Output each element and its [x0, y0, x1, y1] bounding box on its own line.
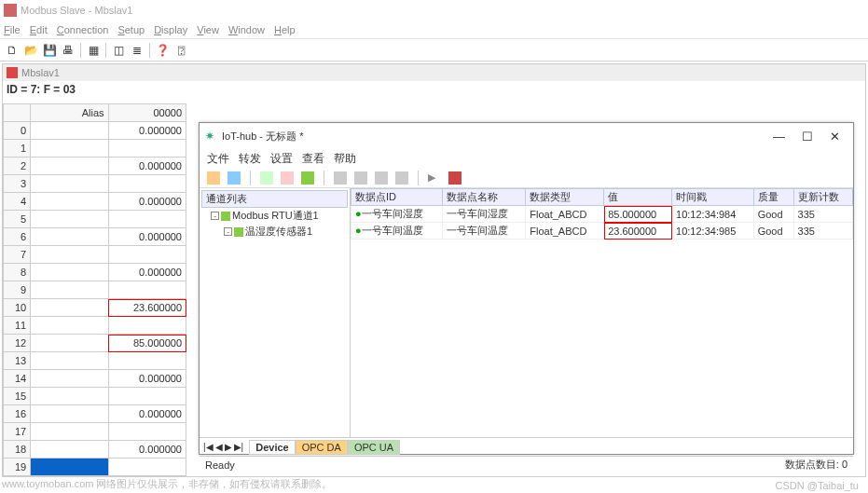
nav-next-icon[interactable]: ▶ [225, 442, 232, 452]
cell-value[interactable]: 23.600000 [108, 299, 186, 317]
cell-value[interactable] [108, 175, 186, 193]
col-quality[interactable]: 质量 [753, 189, 793, 206]
tool-icon[interactable]: ≣ [129, 42, 145, 59]
grid-row[interactable]: 11 [4, 317, 186, 335]
cell-alias[interactable] [31, 122, 108, 140]
cell-ts[interactable]: 10:12:34:984 [672, 206, 754, 223]
cell-value[interactable]: 0.000000 [108, 157, 186, 175]
tool-icon[interactable] [301, 171, 314, 185]
grid-row[interactable]: 60.000000 [4, 228, 186, 246]
cell-alias[interactable] [31, 335, 108, 352]
iot-menu-view[interactable]: 查看 [302, 151, 324, 167]
row-header[interactable]: 18 [4, 441, 31, 459]
cell-alias[interactable] [31, 246, 108, 264]
row-header[interactable]: 16 [4, 405, 31, 423]
cell-alias[interactable] [31, 175, 108, 193]
menu-view[interactable]: View [197, 24, 219, 35]
cell-value[interactable]: 0.000000 [108, 441, 186, 459]
grid-row[interactable]: 7 [4, 246, 186, 264]
save-icon[interactable]: 💾 [41, 42, 58, 59]
col-type[interactable]: 数据类型 [526, 189, 604, 206]
mdi-titlebar[interactable]: Mbslav1 [3, 64, 865, 81]
grid-row[interactable]: 160.000000 [4, 405, 186, 423]
tab-opcda[interactable]: OPC DA [296, 440, 348, 455]
grid-row[interactable]: 15 [4, 388, 186, 405]
row-header[interactable]: 8 [4, 264, 31, 281]
cell-ts[interactable]: 10:12:34:985 [672, 223, 754, 240]
iot-menu-settings[interactable]: 设置 [270, 151, 293, 167]
tool-icon[interactable] [354, 171, 367, 185]
tool-icon[interactable] [395, 171, 408, 185]
cell-alias[interactable] [31, 281, 108, 299]
row-header[interactable]: 1 [4, 140, 31, 157]
tool-icon[interactable] [260, 171, 273, 185]
data-row[interactable]: ●一号车间温度一号车间温度Float_ABCD23.60000010:12:34… [351, 223, 853, 240]
iot-menu-help[interactable]: 帮助 [334, 151, 356, 167]
tool-icon[interactable]: ◫ [110, 42, 127, 59]
tree-child[interactable]: - 温湿度传感器1 [201, 224, 348, 240]
cell-value[interactable] [108, 140, 186, 157]
tool-icon[interactable] [375, 171, 388, 185]
print-icon[interactable]: 🖶 [60, 42, 76, 59]
copy-icon[interactable]: ▦ [85, 42, 102, 59]
row-header[interactable]: 15 [4, 388, 31, 405]
cell-id[interactable]: ●一号车间湿度 [351, 206, 443, 223]
row-header[interactable]: 9 [4, 281, 31, 299]
data-grid[interactable]: 数据点ID 数据点名称 数据类型 值 时间戳 质量 更新计数 ●一号车间湿度一号… [351, 188, 853, 240]
row-header[interactable]: 11 [4, 317, 31, 335]
grid-row[interactable]: 20.000000 [4, 157, 186, 175]
cell-alias[interactable] [31, 405, 108, 423]
nav-prev-icon[interactable]: ◀ [215, 442, 223, 452]
data-row[interactable]: ●一号车间湿度一号车间湿度Float_ABCD85.00000010:12:34… [351, 206, 853, 223]
help-icon[interactable]: ⍰ [172, 42, 189, 59]
grid-row[interactable]: 17 [4, 423, 186, 441]
cell-alias[interactable] [31, 441, 108, 459]
minimize-icon[interactable]: — [773, 130, 785, 144]
menu-display[interactable]: Display [154, 24, 187, 35]
channel-tree[interactable]: 通道列表 - Modbus RTU通道1 - 温湿度传感器1 [200, 188, 351, 437]
grid-row[interactable]: 140.000000 [4, 370, 186, 388]
cell-name[interactable]: 一号车间温度 [442, 223, 526, 240]
grid-row[interactable]: 1 [4, 140, 186, 157]
cell-type[interactable]: Float_ABCD [526, 206, 604, 223]
cell-value[interactable]: 0.000000 [108, 264, 186, 281]
cell-alias[interactable] [31, 317, 108, 335]
menu-file[interactable]: File [4, 24, 21, 35]
iot-menu-file[interactable]: 文件 [207, 151, 229, 167]
cell-quality[interactable]: Good [753, 206, 793, 223]
cell-type[interactable]: Float_ABCD [526, 223, 604, 240]
col-value[interactable]: 00000 [108, 104, 186, 122]
cell-alias[interactable] [31, 211, 108, 228]
cell-value[interactable] [108, 281, 186, 299]
cell-alias[interactable] [31, 140, 108, 157]
tab-opcua[interactable]: OPC UA [348, 440, 400, 455]
tab-nav[interactable]: |◀ ◀ ▶ ▶| [203, 442, 243, 452]
new-icon[interactable]: 🗋 [4, 42, 21, 59]
row-header[interactable]: 17 [4, 423, 31, 441]
tool-icon[interactable] [281, 171, 294, 185]
nav-last-icon[interactable]: ▶| [234, 442, 244, 452]
col-id[interactable]: 数据点ID [351, 189, 443, 206]
play-icon[interactable]: ▶ [428, 171, 441, 185]
cell-value[interactable]: 0.000000 [108, 370, 186, 388]
cell-alias[interactable] [31, 264, 108, 281]
grid-row[interactable]: 3 [4, 175, 186, 193]
row-header[interactable]: 6 [4, 228, 31, 246]
open-icon[interactable]: 📂 [22, 42, 39, 59]
cell-value[interactable]: 85.000000 [604, 206, 672, 223]
cell-value[interactable]: 0.000000 [108, 193, 186, 211]
cell-value[interactable] [108, 423, 186, 441]
col-timestamp[interactable]: 时间戳 [672, 189, 754, 206]
grid-row[interactable]: 1285.000000 [4, 335, 186, 352]
nav-first-icon[interactable]: |◀ [203, 442, 214, 452]
menu-edit[interactable]: Edit [30, 24, 48, 35]
row-header[interactable]: 19 [4, 459, 31, 476]
stop-icon[interactable] [448, 171, 462, 185]
register-grid[interactable]: Alias 00000 00.000000120.000000340.00000… [3, 103, 186, 476]
col-name[interactable]: 数据点名称 [442, 189, 526, 206]
cell-value[interactable] [108, 246, 186, 264]
row-header[interactable]: 4 [4, 193, 31, 211]
grid-row[interactable]: 9 [4, 281, 186, 299]
row-header[interactable]: 13 [4, 352, 31, 370]
iot-hub-window[interactable]: ✷ IoT-hub - 无标题 * — ☐ ✕ 文件 转发 设置 查看 帮助 ▶… [199, 122, 854, 455]
